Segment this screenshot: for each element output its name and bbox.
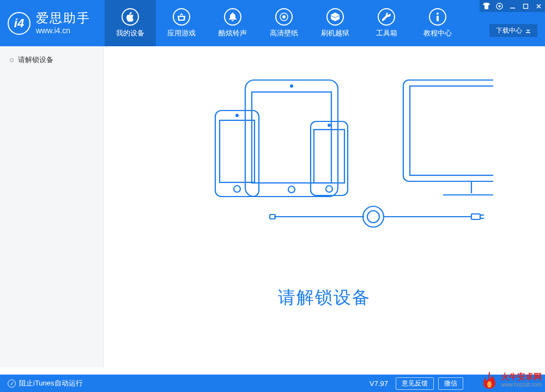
watermark-title: 火牛安卓网 <box>501 372 542 382</box>
watermark-url: www.hnzzdt.com <box>501 382 542 388</box>
wechat-button[interactable]: 微信 <box>438 377 463 390</box>
nav-my-device[interactable]: 我的设备 <box>105 0 156 46</box>
svg-point-14 <box>234 186 240 192</box>
sidebar-item-label: 请解锁设备 <box>18 55 53 65</box>
bullet-icon <box>10 58 14 62</box>
svg-point-1 <box>282 15 286 19</box>
nav-label: 高清壁纸 <box>270 28 298 38</box>
sidebar: 请解锁设备 <box>0 46 104 367</box>
wrench-icon <box>378 8 395 26</box>
device-illustration <box>155 72 493 271</box>
apple-icon <box>122 8 139 26</box>
download-center-button[interactable]: 下载中心 <box>489 24 537 37</box>
status-bar: ✓ 阻止iTunes自动运行 V7.97 意见反馈 微信 <box>0 375 545 392</box>
app-logo: i4 <box>8 12 31 35</box>
minimize-button[interactable] <box>506 0 519 12</box>
bell-icon <box>224 8 241 26</box>
nav-label: 教程中心 <box>423 28 452 38</box>
skin-icon[interactable] <box>480 0 493 12</box>
settings-icon[interactable] <box>493 0 506 12</box>
svg-rect-29 <box>471 214 480 219</box>
body-area: 请解锁设备 <box>0 46 545 367</box>
nav-label: 我的设备 <box>116 28 144 38</box>
nav-label: 刷机越狱 <box>321 28 349 38</box>
nav-tutorials[interactable]: 教程中心 <box>412 0 463 46</box>
window-controls <box>480 0 545 12</box>
svg-rect-6 <box>510 8 515 9</box>
download-icon <box>525 28 531 33</box>
svg-rect-21 <box>410 86 493 175</box>
svg-rect-9 <box>252 92 331 183</box>
download-label: 下载中心 <box>496 26 522 35</box>
svg-point-26 <box>363 206 384 227</box>
svg-rect-17 <box>314 130 344 183</box>
svg-point-27 <box>367 211 379 223</box>
box-icon <box>326 8 344 26</box>
brand-title: 爱思助手 <box>36 11 90 26</box>
watermark: 火牛安卓网 www.hnzzdt.com <box>480 370 542 390</box>
svg-rect-20 <box>403 80 493 181</box>
svg-point-2 <box>437 13 439 15</box>
info-icon <box>429 8 446 26</box>
nav-label: 工具箱 <box>376 28 397 38</box>
svg-point-15 <box>236 114 238 117</box>
check-icon: ✓ <box>8 379 16 388</box>
svg-rect-7 <box>523 4 528 8</box>
svg-rect-3 <box>437 16 439 21</box>
version-label: V7.97 <box>370 379 388 388</box>
nav-label: 酷炫铃声 <box>219 28 247 38</box>
svg-point-32 <box>487 381 492 388</box>
nav-flash-jailbreak[interactable]: 刷机越狱 <box>310 0 361 46</box>
svg-point-11 <box>290 85 293 87</box>
app-header: i4 爱思助手 www.i4.cn 我的设备 应用游戏 酷炫铃声 <box>0 0 545 46</box>
svg-point-10 <box>288 186 295 193</box>
nav-label: 应用游戏 <box>167 28 196 38</box>
itunes-block-label[interactable]: 阻止iTunes自动运行 <box>19 378 83 388</box>
maximize-button[interactable] <box>519 0 532 12</box>
nav-toolbox[interactable]: 工具箱 <box>361 0 412 46</box>
svg-point-19 <box>328 124 330 126</box>
unlock-message: 请解锁设备 <box>278 286 371 310</box>
svg-point-18 <box>326 186 332 192</box>
flame-icon <box>480 370 499 390</box>
svg-point-5 <box>498 5 500 7</box>
close-button[interactable] <box>532 0 545 12</box>
store-icon <box>173 8 190 26</box>
brand-url: www.i4.cn <box>36 26 90 35</box>
svg-rect-16 <box>311 121 348 195</box>
nav-wallpapers[interactable]: 高清壁纸 <box>258 0 310 46</box>
main-content: 请解锁设备 <box>104 46 545 367</box>
feedback-button[interactable]: 意见反馈 <box>396 377 434 390</box>
nav-ringtones[interactable]: 酷炫铃声 <box>207 0 258 46</box>
svg-rect-13 <box>220 120 255 182</box>
main-nav: 我的设备 应用游戏 酷炫铃声 高清壁纸 刷机越狱 <box>105 0 463 46</box>
nav-apps-games[interactable]: 应用游戏 <box>156 0 207 46</box>
wallpaper-icon <box>275 8 293 26</box>
sidebar-item-unlock[interactable]: 请解锁设备 <box>0 51 103 69</box>
logo-area: i4 爱思助手 www.i4.cn <box>0 0 104 46</box>
